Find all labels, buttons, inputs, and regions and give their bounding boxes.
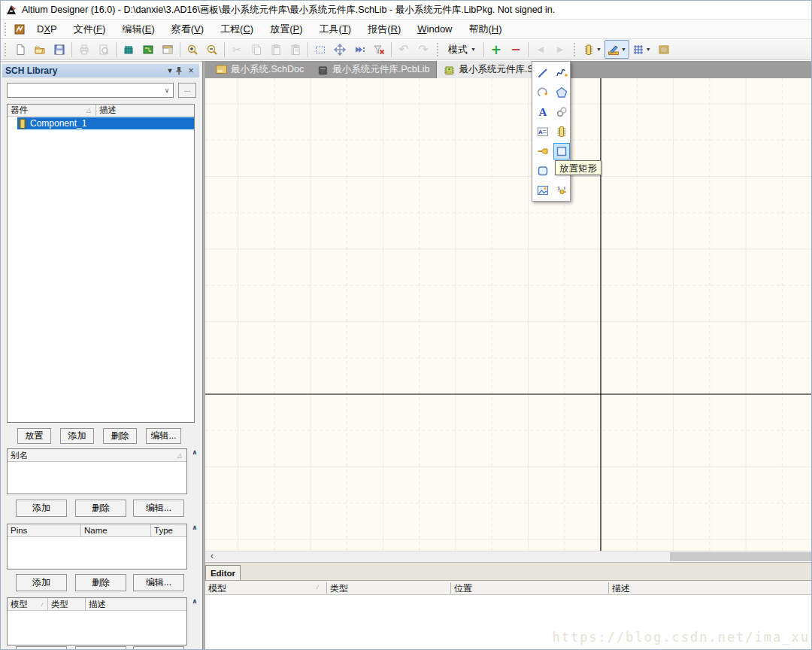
menu-window[interactable]: Window xyxy=(409,21,460,37)
delete-model-button[interactable] xyxy=(75,646,126,650)
toolbar-grip-3[interactable] xyxy=(573,43,577,56)
tab-editor[interactable]: Editor xyxy=(205,565,241,581)
toolbar-grip[interactable] xyxy=(4,43,8,56)
place-arc-button[interactable] xyxy=(535,84,551,101)
collapse-models-button[interactable]: ∧ xyxy=(190,597,199,605)
view-3d-button[interactable] xyxy=(119,40,138,59)
add-part-dropdown-button[interactable]: ▼ xyxy=(580,40,604,59)
paste-button[interactable] xyxy=(266,40,286,59)
menu-dxp[interactable]: DXP xyxy=(29,21,65,37)
grid-dropdown-button[interactable]: ▼ xyxy=(629,40,654,59)
place-text-string-button[interactable]: A xyxy=(535,104,551,120)
previous-mode-button[interactable]: ◀ xyxy=(531,40,550,59)
workspace-panel-button[interactable] xyxy=(158,40,177,59)
new-document-button[interactable] xyxy=(11,40,30,59)
panel-close-button[interactable]: × xyxy=(186,65,196,76)
column-model[interactable]: 模型/ xyxy=(8,598,48,610)
bottom-column-location[interactable]: 位置 xyxy=(454,582,472,595)
place-button[interactable]: 放置 xyxy=(17,428,51,444)
sheet-symbol-button[interactable] xyxy=(654,40,674,59)
place-part-button[interactable] xyxy=(553,123,570,140)
redo-button[interactable]: ↷ xyxy=(414,40,433,59)
place-text-frame-button[interactable]: A xyxy=(535,123,551,140)
delete-alias-button[interactable]: 删除 xyxy=(75,500,126,517)
delete-component-button[interactable]: 删除 xyxy=(103,428,137,444)
place-hyperlink-button[interactable] xyxy=(553,104,570,120)
column-device[interactable]: 器件△ xyxy=(8,105,96,116)
collapse-alias-button[interactable]: ∧ xyxy=(190,448,199,456)
zoom-out-button[interactable] xyxy=(202,40,222,59)
cut-button[interactable]: ✂ xyxy=(227,40,247,59)
save-button[interactable] xyxy=(50,40,69,59)
pcb-editor-button[interactable] xyxy=(138,40,158,59)
column-name[interactable]: Name xyxy=(81,524,151,536)
jump-to-next-button[interactable] xyxy=(350,40,369,59)
panel-pin-button[interactable] xyxy=(175,66,186,75)
tab-pcblib[interactable]: 最小系统元件库.PcbLib xyxy=(311,61,436,78)
scroll-left-icon[interactable]: ‹ xyxy=(207,551,217,562)
place-rounded-rectangle-button[interactable] xyxy=(535,162,551,179)
remove-mode-button[interactable]: − xyxy=(506,40,526,59)
menu-edit[interactable]: 编辑(E) xyxy=(114,20,162,38)
mode-dropdown-button[interactable]: 模式▼ xyxy=(443,40,481,59)
place-line-button[interactable] xyxy=(535,65,551,81)
place-rectangle-button[interactable] xyxy=(553,143,570,159)
menu-place[interactable]: 放置(P) xyxy=(262,20,311,38)
move-selection-button[interactable] xyxy=(330,40,350,59)
column-description[interactable]: 描述 xyxy=(96,105,194,116)
menu-reports[interactable]: 报告(R) xyxy=(359,20,409,38)
edit-pin-button[interactable]: 编辑... xyxy=(133,574,184,591)
paste-special-button[interactable] xyxy=(286,40,305,59)
add-pin-button[interactable]: 添加 xyxy=(16,574,67,591)
print-preview-button[interactable] xyxy=(94,40,114,59)
undo-button[interactable]: ↶ xyxy=(394,40,414,59)
menu-help[interactable]: 帮助(H) xyxy=(461,20,511,38)
zoom-in-button[interactable] xyxy=(183,40,202,59)
filter-more-button[interactable]: ... xyxy=(178,83,196,98)
column-model-desc[interactable]: 描述 xyxy=(86,598,186,610)
next-mode-button[interactable]: ▶ xyxy=(550,40,570,59)
clear-filter-button[interactable] xyxy=(369,40,389,59)
add-component-button[interactable]: 添加 xyxy=(60,428,94,444)
schematic-canvas[interactable] xyxy=(205,78,812,551)
column-pins[interactable]: Pins xyxy=(8,524,81,536)
copy-button[interactable] xyxy=(247,40,266,59)
column-model-type[interactable]: 类型 xyxy=(48,598,86,610)
column-alias[interactable]: 别名△ xyxy=(8,449,186,461)
menu-file[interactable]: 文件(F) xyxy=(65,20,114,38)
place-pin-button[interactable] xyxy=(535,143,551,159)
collapse-pins-button[interactable]: ∧ xyxy=(190,524,199,531)
component-row[interactable]: Component_1 xyxy=(8,117,194,129)
place-polygon-button[interactable] xyxy=(553,84,570,101)
add-model-button[interactable] xyxy=(16,646,67,650)
tab-schdoc[interactable]: 最小系统.SchDoc xyxy=(209,61,311,78)
place-pin-array-button[interactable]: 1 xyxy=(553,182,570,199)
scrollbar-thumb[interactable] xyxy=(670,552,811,561)
panel-menu-button[interactable]: ▼ xyxy=(165,67,175,74)
toolbar-grip-2[interactable] xyxy=(436,43,440,56)
print-button[interactable] xyxy=(74,40,94,59)
drawing-tools-dropdown-button[interactable]: ▼ xyxy=(604,40,629,59)
delete-pin-button[interactable]: 删除 xyxy=(75,574,126,591)
menu-project[interactable]: 工程(C) xyxy=(212,20,262,38)
arrow-right-icon: ▶ xyxy=(557,44,563,54)
bottom-column-model[interactable]: 模型 xyxy=(208,582,226,595)
column-type[interactable]: Type xyxy=(151,524,186,536)
menubar-grip[interactable] xyxy=(4,23,8,36)
place-bezier-button[interactable] xyxy=(553,65,570,81)
edit-model-button[interactable] xyxy=(133,646,184,650)
component-filter-input[interactable] xyxy=(8,84,161,96)
add-alias-button[interactable]: 添加 xyxy=(16,500,67,517)
place-image-button[interactable] xyxy=(535,182,551,199)
menu-view[interactable]: 察看(V) xyxy=(163,20,212,38)
add-mode-button[interactable]: + xyxy=(486,40,506,59)
edit-alias-button[interactable]: 编辑... xyxy=(133,500,184,517)
bottom-column-description[interactable]: 描述 xyxy=(612,582,630,595)
component-filter-combobox[interactable]: ∨ xyxy=(7,83,174,98)
select-area-button[interactable] xyxy=(311,40,330,59)
edit-component-button[interactable]: 编辑... xyxy=(146,428,181,444)
bottom-column-type[interactable]: 类型 xyxy=(330,582,348,595)
horizontal-scrollbar[interactable]: ‹ xyxy=(205,551,812,562)
open-document-button[interactable] xyxy=(30,40,50,59)
menu-tools[interactable]: 工具(T) xyxy=(311,20,360,38)
